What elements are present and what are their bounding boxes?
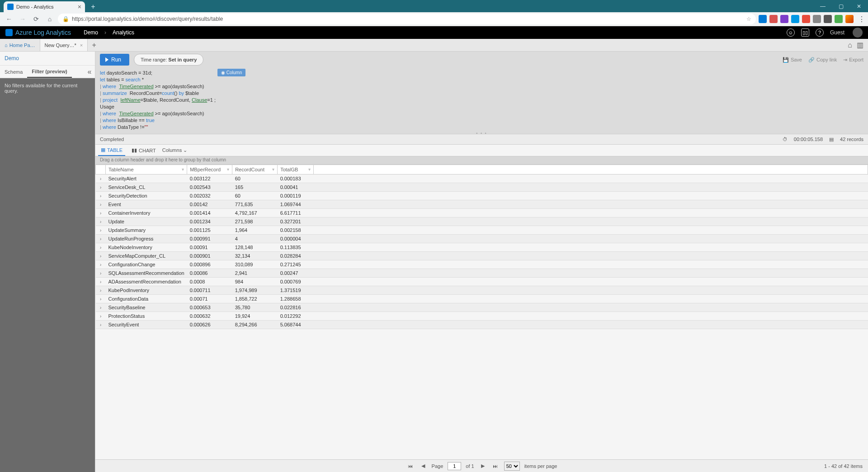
row-expand-icon[interactable]: › xyxy=(96,252,106,260)
pager-page-input[interactable] xyxy=(448,462,461,470)
nav-back-icon[interactable]: ← xyxy=(4,14,14,24)
row-expand-icon[interactable]: › xyxy=(96,260,106,269)
filter-icon[interactable]: ▾ xyxy=(182,167,184,172)
table-row[interactable]: ›KubePodInventory0.0007111,974,9891.3715… xyxy=(96,286,868,295)
pager-first-icon[interactable]: ⏮ xyxy=(406,463,415,469)
workspace-name[interactable]: Demo xyxy=(0,52,95,66)
time-range-picker[interactable]: Time range: Set in query xyxy=(134,54,203,66)
profile-avatar-icon[interactable] xyxy=(845,15,854,23)
row-expand-icon[interactable]: › xyxy=(96,209,106,217)
sidebar-collapse-icon[interactable]: « xyxy=(84,68,95,76)
docs-icon[interactable]: ▯▯ xyxy=(801,28,809,37)
query-editor[interactable]: ◉ Columnlet daystoSearch = 31d; let tabl… xyxy=(95,68,868,131)
bookmark-star-icon[interactable]: ☆ xyxy=(746,16,751,22)
table-row[interactable]: ›SQLAssessmentRecommendation0.000862,941… xyxy=(96,269,868,278)
table-row[interactable]: ›SecurityAlert0.003122600.000183 xyxy=(96,175,868,183)
tab-home[interactable]: ⌂ Home Pa… xyxy=(0,39,40,51)
group-drop-area[interactable]: Drag a column header and drop it here to… xyxy=(95,156,868,165)
row-expand-icon[interactable]: › xyxy=(96,217,106,226)
user-avatar-icon[interactable] xyxy=(853,28,863,38)
export-button[interactable]: ⇥Export xyxy=(843,57,863,63)
pager-last-icon[interactable]: ⏭ xyxy=(491,463,500,469)
table-row[interactable]: ›ContainerInventory0.0014144,792,1676.61… xyxy=(96,209,868,217)
results-table-container[interactable]: TableName▾ MBperRecord▾ RecordCount▾ Tot… xyxy=(95,165,868,459)
tab-close-icon[interactable]: × xyxy=(80,42,83,48)
row-expand-icon[interactable]: › xyxy=(96,295,106,303)
sidebar-tab-schema[interactable]: Schema xyxy=(0,66,27,78)
feedback-icon[interactable]: ☺ xyxy=(787,28,795,37)
row-expand-icon[interactable]: › xyxy=(96,321,106,329)
nav-reload-icon[interactable]: ⟳ xyxy=(31,14,42,24)
extension-icon[interactable] xyxy=(780,15,788,23)
table-row[interactable]: ›SecurityBaseline0.00065335,7800.022816 xyxy=(96,303,868,312)
extension-icon[interactable] xyxy=(769,15,778,23)
extension-icon[interactable] xyxy=(824,15,832,23)
tab-chart[interactable]: ▮▮ CHART xyxy=(129,145,159,156)
run-button[interactable]: Run xyxy=(100,54,129,66)
table-row[interactable]: ›ConfigurationData0.000711,858,7221.2886… xyxy=(96,295,868,303)
table-row[interactable]: ›Update0.001234271,5980.327201 xyxy=(96,217,868,226)
pager-next-icon[interactable]: ▶ xyxy=(479,463,487,469)
tab-table[interactable]: ▦ TABLE xyxy=(98,145,125,156)
window-minimize-icon[interactable]: — xyxy=(814,0,832,12)
row-expand-icon[interactable]: › xyxy=(96,183,106,192)
help-icon[interactable]: ? xyxy=(816,28,824,37)
col-header-totalgb[interactable]: TotalGB▾ xyxy=(278,165,314,175)
copy-link-button[interactable]: 🔗Copy link xyxy=(808,57,837,63)
row-expand-icon[interactable]: › xyxy=(96,235,106,243)
table-row[interactable]: ›UpdateRunProgress0.00099140.000004 xyxy=(96,235,868,243)
filter-icon[interactable]: ▾ xyxy=(272,167,274,172)
columns-dropdown[interactable]: Columns ⌄ xyxy=(162,147,187,153)
table-row[interactable]: ›ServiceMapComputer_CL0.00090132,1340.02… xyxy=(96,252,868,260)
pager-prev-icon[interactable]: ◀ xyxy=(419,463,427,469)
pager-page-size[interactable]: 50 xyxy=(504,462,520,471)
row-expand-icon[interactable]: › xyxy=(96,286,106,295)
new-tab-button[interactable]: + xyxy=(88,1,99,12)
extension-icon[interactable] xyxy=(802,15,810,23)
brand[interactable]: Azure Log Analytics xyxy=(5,29,71,36)
breadcrumb-analytics[interactable]: Analytics xyxy=(113,29,134,36)
browser-tab[interactable]: Demo - Analytics × xyxy=(4,1,85,12)
col-header-tablename[interactable]: TableName▾ xyxy=(106,165,187,175)
filter-icon[interactable]: ▾ xyxy=(308,167,311,172)
table-row[interactable]: ›ProtectionStatus0.00063219,9240.012292 xyxy=(96,312,868,321)
table-row[interactable]: ›SecurityEvent0.0006268,294,2665.068744 xyxy=(96,321,868,329)
tab-close-icon[interactable]: × xyxy=(78,4,81,10)
table-row[interactable]: ›ServiceDesk_CL0.0025431650.00041 xyxy=(96,183,868,192)
col-header-mbperrecord[interactable]: MBperRecord▾ xyxy=(187,165,232,175)
breadcrumb-workspace[interactable]: Demo xyxy=(84,29,98,36)
table-row[interactable]: ›SecurityDetection0.002032600.000119 xyxy=(96,192,868,200)
tab-new-query[interactable]: New Query…* × xyxy=(40,39,88,51)
nav-home-icon[interactable]: ⌂ xyxy=(44,14,55,24)
add-query-tab-button[interactable]: + xyxy=(88,39,100,51)
extension-icon[interactable] xyxy=(759,15,767,23)
window-maximize-icon[interactable]: ▢ xyxy=(832,0,850,12)
nav-forward-icon[interactable]: → xyxy=(17,14,28,24)
save-button[interactable]: 💾Save xyxy=(783,57,802,63)
row-expand-icon[interactable]: › xyxy=(96,303,106,312)
row-expand-icon[interactable]: › xyxy=(96,243,106,252)
extension-icon[interactable] xyxy=(835,15,843,23)
panel-layout-icon[interactable]: ▥ xyxy=(857,41,863,49)
row-expand-icon[interactable]: › xyxy=(96,175,106,183)
extension-icon[interactable] xyxy=(791,15,799,23)
table-row[interactable]: ›ConfigurationChange0.000896310,0890.271… xyxy=(96,260,868,269)
filter-icon[interactable]: ▾ xyxy=(227,167,229,172)
table-row[interactable]: ›UpdateSummary0.0011251,9640.002158 xyxy=(96,226,868,235)
table-row[interactable]: ›Event0.00142771,6351.069744 xyxy=(96,200,868,209)
extension-icon[interactable] xyxy=(813,15,821,23)
row-expand-icon[interactable]: › xyxy=(96,192,106,200)
row-expand-icon[interactable]: › xyxy=(96,312,106,321)
panel-home-icon[interactable]: ⌂ xyxy=(848,41,852,49)
url-field[interactable]: 🔒 https://portal.loganalytics.io/demo#/d… xyxy=(58,14,756,24)
row-expand-icon[interactable]: › xyxy=(96,226,106,235)
sidebar-tab-filter[interactable]: Filter (preview) xyxy=(27,66,71,78)
table-row[interactable]: ›KubeNodeInventory0.00091128,1480.113835 xyxy=(96,243,868,252)
col-header-recordcount[interactable]: RecordCount▾ xyxy=(232,165,278,175)
row-expand-icon[interactable]: › xyxy=(96,200,106,209)
browser-menu-icon[interactable]: ⋮ xyxy=(856,15,864,23)
table-row[interactable]: ›ADAssessmentRecommendation0.00089840.00… xyxy=(96,278,868,286)
row-expand-icon[interactable]: › xyxy=(96,269,106,278)
window-close-icon[interactable]: ✕ xyxy=(850,0,868,12)
row-expand-icon[interactable]: › xyxy=(96,278,106,286)
